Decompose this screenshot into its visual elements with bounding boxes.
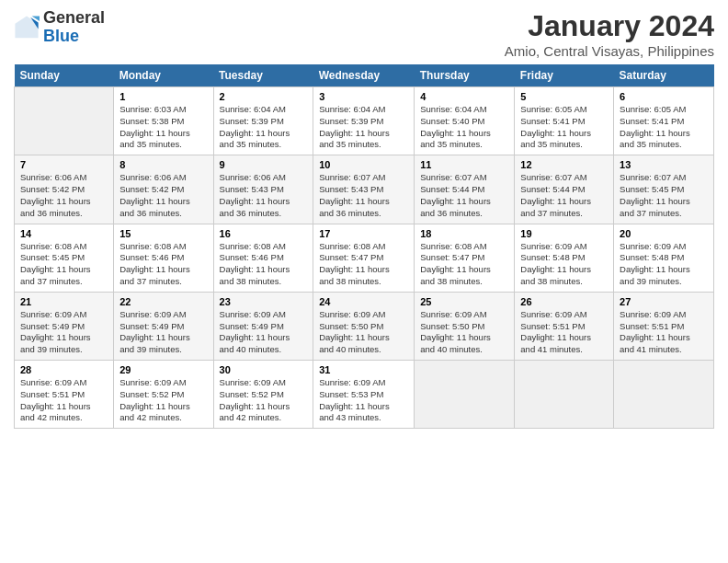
- calendar-cell: 3Sunrise: 6:04 AM Sunset: 5:39 PM Daylig…: [313, 87, 415, 155]
- calendar-cell: 19Sunrise: 6:09 AM Sunset: 5:48 PM Dayli…: [515, 224, 614, 292]
- title-block: January 2024 Amio, Central Visayas, Phil…: [505, 9, 714, 59]
- week-row-3: 14Sunrise: 6:08 AM Sunset: 5:45 PM Dayli…: [15, 224, 714, 292]
- day-info: Sunrise: 6:03 AM Sunset: 5:38 PM Dayligh…: [119, 104, 207, 151]
- day-number: 22: [119, 296, 207, 307]
- day-info: Sunrise: 6:09 AM Sunset: 5:51 PM Dayligh…: [20, 377, 108, 424]
- logo-line2: Blue: [43, 28, 105, 46]
- page: General Blue January 2024 Amio, Central …: [0, 0, 728, 563]
- calendar-cell: 28Sunrise: 6:09 AM Sunset: 5:51 PM Dayli…: [15, 361, 114, 429]
- col-header-tuesday: Tuesday: [213, 64, 313, 87]
- day-number: 23: [220, 296, 308, 307]
- day-info: Sunrise: 6:09 AM Sunset: 5:52 PM Dayligh…: [220, 377, 308, 424]
- day-number: 31: [319, 364, 408, 375]
- day-number: 6: [620, 91, 708, 102]
- logo: General Blue: [14, 9, 105, 46]
- calendar-cell: [614, 361, 714, 429]
- col-header-sunday: Sunday: [15, 64, 114, 87]
- calendar-cell: [15, 87, 114, 155]
- day-info: Sunrise: 6:07 AM Sunset: 5:44 PM Dayligh…: [520, 172, 608, 219]
- day-number: 20: [620, 228, 708, 239]
- calendar-cell: 11Sunrise: 6:07 AM Sunset: 5:44 PM Dayli…: [415, 155, 515, 224]
- day-info: Sunrise: 6:09 AM Sunset: 5:49 PM Dayligh…: [20, 309, 108, 356]
- calendar-cell: 6Sunrise: 6:05 AM Sunset: 5:41 PM Daylig…: [614, 87, 714, 155]
- calendar-cell: 16Sunrise: 6:08 AM Sunset: 5:46 PM Dayli…: [213, 224, 313, 292]
- day-number: 13: [620, 159, 708, 170]
- calendar-cell: 10Sunrise: 6:07 AM Sunset: 5:43 PM Dayli…: [313, 155, 415, 224]
- day-number: 10: [319, 159, 408, 170]
- day-number: 8: [119, 159, 207, 170]
- day-info: Sunrise: 6:07 AM Sunset: 5:44 PM Dayligh…: [420, 172, 508, 219]
- day-info: Sunrise: 6:09 AM Sunset: 5:50 PM Dayligh…: [319, 309, 408, 356]
- day-number: 15: [119, 228, 207, 239]
- calendar-cell: [415, 361, 515, 429]
- subtitle: Amio, Central Visayas, Philippines: [505, 43, 714, 59]
- day-number: 7: [20, 159, 108, 170]
- calendar-cell: 21Sunrise: 6:09 AM Sunset: 5:49 PM Dayli…: [15, 292, 114, 360]
- day-number: 4: [420, 91, 508, 102]
- day-number: 17: [319, 228, 408, 239]
- calendar-cell: 12Sunrise: 6:07 AM Sunset: 5:44 PM Dayli…: [515, 155, 614, 224]
- header: General Blue January 2024 Amio, Central …: [14, 9, 714, 59]
- day-number: 30: [220, 364, 308, 375]
- day-number: 11: [420, 159, 508, 170]
- day-number: 29: [119, 364, 207, 375]
- day-info: Sunrise: 6:08 AM Sunset: 5:46 PM Dayligh…: [119, 241, 207, 288]
- day-info: Sunrise: 6:08 AM Sunset: 5:47 PM Dayligh…: [319, 241, 408, 288]
- logo-line1: General: [43, 9, 105, 28]
- calendar-cell: 7Sunrise: 6:06 AM Sunset: 5:42 PM Daylig…: [15, 155, 114, 224]
- calendar-cell: 2Sunrise: 6:04 AM Sunset: 5:39 PM Daylig…: [213, 87, 313, 155]
- day-info: Sunrise: 6:07 AM Sunset: 5:45 PM Dayligh…: [620, 172, 708, 219]
- calendar-cell: 1Sunrise: 6:03 AM Sunset: 5:38 PM Daylig…: [114, 87, 213, 155]
- day-number: 24: [319, 296, 408, 307]
- calendar-cell: 20Sunrise: 6:09 AM Sunset: 5:48 PM Dayli…: [614, 224, 714, 292]
- logo-text: General Blue: [43, 9, 105, 46]
- col-header-wednesday: Wednesday: [313, 64, 415, 87]
- day-number: 1: [119, 91, 207, 102]
- calendar-table: SundayMondayTuesdayWednesdayThursdayFrid…: [14, 64, 714, 429]
- day-info: Sunrise: 6:08 AM Sunset: 5:47 PM Dayligh…: [420, 241, 508, 288]
- day-info: Sunrise: 6:09 AM Sunset: 5:49 PM Dayligh…: [119, 309, 207, 356]
- day-info: Sunrise: 6:09 AM Sunset: 5:48 PM Dayligh…: [620, 241, 708, 288]
- week-row-4: 21Sunrise: 6:09 AM Sunset: 5:49 PM Dayli…: [15, 292, 714, 360]
- day-info: Sunrise: 6:05 AM Sunset: 5:41 PM Dayligh…: [520, 104, 608, 151]
- col-header-monday: Monday: [114, 64, 213, 87]
- day-info: Sunrise: 6:09 AM Sunset: 5:49 PM Dayligh…: [220, 309, 308, 356]
- calendar-cell: 5Sunrise: 6:05 AM Sunset: 5:41 PM Daylig…: [515, 87, 614, 155]
- calendar-cell: 30Sunrise: 6:09 AM Sunset: 5:52 PM Dayli…: [213, 361, 313, 429]
- logo-icon: [14, 15, 40, 40]
- calendar-cell: 15Sunrise: 6:08 AM Sunset: 5:46 PM Dayli…: [114, 224, 213, 292]
- calendar-cell: 26Sunrise: 6:09 AM Sunset: 5:51 PM Dayli…: [515, 292, 614, 360]
- day-info: Sunrise: 6:09 AM Sunset: 5:52 PM Dayligh…: [119, 377, 207, 424]
- day-number: 26: [520, 296, 608, 307]
- day-number: 3: [319, 91, 408, 102]
- col-header-friday: Friday: [515, 64, 614, 87]
- day-info: Sunrise: 6:06 AM Sunset: 5:42 PM Dayligh…: [119, 172, 207, 219]
- calendar-cell: 27Sunrise: 6:09 AM Sunset: 5:51 PM Dayli…: [614, 292, 714, 360]
- calendar-cell: [515, 361, 614, 429]
- calendar-cell: 17Sunrise: 6:08 AM Sunset: 5:47 PM Dayli…: [313, 224, 415, 292]
- day-number: 2: [220, 91, 308, 102]
- calendar-cell: 31Sunrise: 6:09 AM Sunset: 5:53 PM Dayli…: [313, 361, 415, 429]
- calendar-cell: 8Sunrise: 6:06 AM Sunset: 5:42 PM Daylig…: [114, 155, 213, 224]
- day-number: 19: [520, 228, 608, 239]
- day-info: Sunrise: 6:08 AM Sunset: 5:46 PM Dayligh…: [220, 241, 308, 288]
- day-info: Sunrise: 6:06 AM Sunset: 5:43 PM Dayligh…: [220, 172, 308, 219]
- week-row-5: 28Sunrise: 6:09 AM Sunset: 5:51 PM Dayli…: [15, 361, 714, 429]
- day-info: Sunrise: 6:09 AM Sunset: 5:48 PM Dayligh…: [520, 241, 608, 288]
- day-info: Sunrise: 6:04 AM Sunset: 5:40 PM Dayligh…: [420, 104, 508, 151]
- main-title: January 2024: [505, 9, 714, 43]
- header-row: SundayMondayTuesdayWednesdayThursdayFrid…: [15, 64, 714, 87]
- calendar-cell: 23Sunrise: 6:09 AM Sunset: 5:49 PM Dayli…: [213, 292, 313, 360]
- day-info: Sunrise: 6:09 AM Sunset: 5:51 PM Dayligh…: [620, 309, 708, 356]
- day-info: Sunrise: 6:09 AM Sunset: 5:51 PM Dayligh…: [520, 309, 608, 356]
- svg-marker-0: [15, 16, 38, 38]
- day-info: Sunrise: 6:06 AM Sunset: 5:42 PM Dayligh…: [20, 172, 108, 219]
- day-number: 28: [20, 364, 108, 375]
- day-info: Sunrise: 6:09 AM Sunset: 5:53 PM Dayligh…: [319, 377, 408, 424]
- day-info: Sunrise: 6:09 AM Sunset: 5:50 PM Dayligh…: [420, 309, 508, 356]
- col-header-saturday: Saturday: [614, 64, 714, 87]
- day-number: 16: [220, 228, 308, 239]
- calendar-cell: 24Sunrise: 6:09 AM Sunset: 5:50 PM Dayli…: [313, 292, 415, 360]
- calendar-cell: 13Sunrise: 6:07 AM Sunset: 5:45 PM Dayli…: [614, 155, 714, 224]
- day-number: 21: [20, 296, 108, 307]
